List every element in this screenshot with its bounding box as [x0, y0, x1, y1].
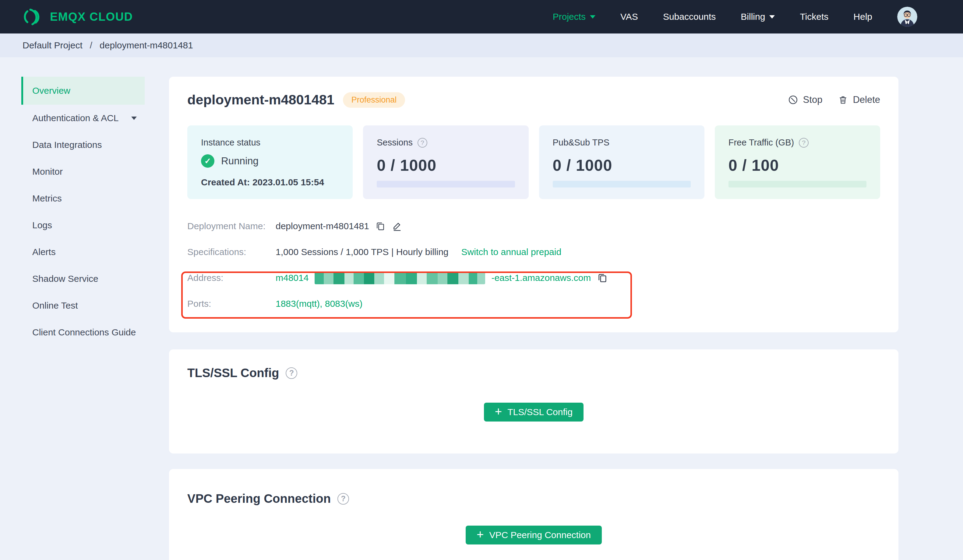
sessions-progress-bar [377, 181, 515, 188]
plus-icon: + [495, 405, 502, 418]
breadcrumb-project[interactable]: Default Project [23, 40, 83, 50]
chevron-down-icon [131, 117, 137, 120]
nav-links: Projects VAS Subaccounts Billing Tickets… [553, 7, 917, 27]
switch-annual-prepaid-link[interactable]: Switch to annual prepaid [461, 247, 562, 257]
ports-row: Ports: 1883(mqtt), 8083(ws) [187, 291, 880, 317]
pubsub-progress-bar [553, 181, 691, 188]
trash-icon [838, 95, 848, 105]
traffic-value: 0 / 100 [728, 156, 866, 175]
breadcrumb-deployment: deployment-m4801481 [100, 40, 193, 50]
brand-logo[interactable]: EMQX CLOUD [22, 7, 133, 27]
help-icon[interactable]: ? [337, 493, 349, 505]
stop-icon [788, 95, 798, 105]
ports-value: 1883(mqtt), 8083(ws) [276, 299, 362, 309]
status-badge: ✓ Running [201, 154, 339, 168]
pubsub-value: 0 / 1000 [553, 156, 691, 175]
specifications-row: Specifications: 1,000 Sessions / 1,000 T… [187, 239, 880, 265]
sessions-value: 0 / 1000 [377, 156, 515, 175]
vpc-peering-card: VPC Peering Connection ? + VPC Peering C… [169, 469, 898, 560]
breadcrumb-separator: / [90, 40, 92, 50]
stat-cards: Instance status ✓ Running Created At: 20… [187, 125, 880, 199]
created-at: Created At: 2023.01.05 15:54 [201, 177, 339, 188]
specifications-value: 1,000 Sessions / 1,000 TPS | Hourly bill… [276, 247, 449, 257]
stop-button[interactable]: Stop [788, 94, 823, 105]
sidebar-item-metrics[interactable]: Metrics [21, 185, 145, 212]
sidebar-nav: Overview Authentication & ACL Data Integ… [21, 77, 145, 346]
copy-icon[interactable] [375, 221, 386, 231]
user-avatar[interactable] [897, 7, 917, 27]
sidebar-item-shadow-service[interactable]: Shadow Service [21, 265, 145, 292]
sidebar-item-client-connections-guide[interactable]: Client Connections Guide [21, 319, 145, 346]
sidebar-item-alerts[interactable]: Alerts [21, 239, 145, 265]
edit-pencil-icon[interactable] [392, 221, 403, 231]
stat-instance-status: Instance status ✓ Running Created At: 20… [187, 125, 353, 199]
check-circle-icon: ✓ [201, 154, 214, 168]
plus-icon: + [477, 528, 484, 541]
stat-sessions: Sessions ? 0 / 1000 [363, 125, 529, 199]
stat-pubsub-tps: Pub&Sub TPS 0 / 1000 [539, 125, 704, 199]
breadcrumb: Default Project / deployment-m4801481 [0, 34, 963, 57]
add-tls-ssl-config-button[interactable]: + TLS/SSL Config [484, 403, 584, 421]
traffic-progress-bar [728, 181, 866, 188]
nav-item-vas[interactable]: VAS [620, 11, 638, 22]
tls-ssl-card: TLS/SSL Config ? + TLS/SSL Config [169, 350, 898, 453]
sidebar-item-data-integrations[interactable]: Data Integrations [21, 131, 145, 158]
sidebar-item-logs[interactable]: Logs [21, 212, 145, 239]
deployment-name-value: deployment-m4801481 [276, 221, 369, 231]
stat-free-traffic: Free Traffic (GB) ? 0 / 100 [715, 125, 880, 199]
chevron-down-icon [590, 15, 595, 19]
page-title: deployment-m4801481 [187, 92, 334, 108]
sidebar-item-overview[interactable]: Overview [21, 77, 145, 105]
delete-button[interactable]: Delete [838, 94, 880, 105]
nav-item-projects[interactable]: Projects [553, 11, 595, 22]
plan-badge: Professional [343, 92, 405, 108]
sidebar-item-monitor[interactable]: Monitor [21, 158, 145, 185]
address-suffix: -east-1.amazonaws.com [491, 273, 591, 283]
chevron-down-icon [769, 15, 775, 19]
nav-item-billing[interactable]: Billing [741, 11, 775, 22]
add-vpc-peering-button[interactable]: + VPC Peering Connection [466, 526, 602, 544]
address-redacted-block [315, 272, 485, 284]
vpc-section-title: VPC Peering Connection [187, 492, 331, 505]
deployment-name-row: Deployment Name: deployment-m4801481 [187, 213, 880, 239]
nav-item-tickets[interactable]: Tickets [800, 11, 828, 22]
help-icon[interactable]: ? [286, 367, 297, 379]
brand-name: EMQX CLOUD [50, 10, 133, 23]
tls-section-title: TLS/SSL Config [187, 366, 279, 380]
sidebar-item-online-test[interactable]: Online Test [21, 292, 145, 319]
overview-card: deployment-m4801481 Professional Stop [169, 77, 898, 332]
nav-item-subaccounts[interactable]: Subaccounts [663, 11, 716, 22]
help-icon[interactable]: ? [418, 138, 427, 147]
copy-icon[interactable] [597, 272, 608, 283]
emqx-logo-icon [22, 7, 42, 27]
sidebar-item-authentication-acl[interactable]: Authentication & ACL [21, 105, 145, 131]
nav-item-help[interactable]: Help [853, 11, 872, 22]
help-icon[interactable]: ? [799, 138, 809, 147]
address-prefix: m48014 [276, 273, 308, 283]
deployment-details: Deployment Name: deployment-m4801481 [187, 213, 880, 317]
top-navbar: EMQX CLOUD Projects VAS Subaccounts Bill… [0, 0, 963, 34]
address-row: Address: m48014 -east-1.amazonaws.com [187, 265, 880, 291]
